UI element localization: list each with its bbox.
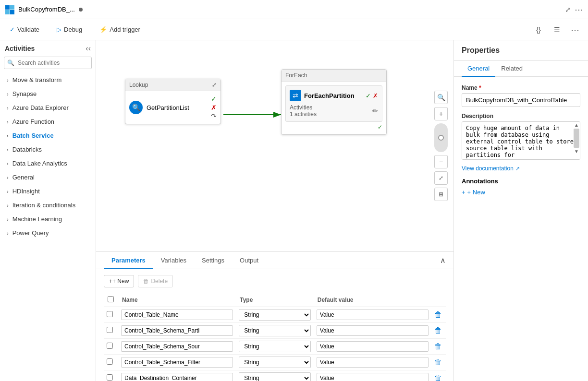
zoom-in-button[interactable]: +: [434, 107, 448, 120]
zoom-slider[interactable]: [434, 123, 448, 152]
new-param-button[interactable]: + + New: [104, 275, 134, 287]
tab-related[interactable]: Related: [495, 61, 528, 77]
sidebar-item-synapse[interactable]: › Synapse: [0, 87, 96, 101]
param-name-input[interactable]: [121, 310, 233, 320]
name-input[interactable]: [462, 93, 580, 107]
chevron-icon: ›: [7, 230, 9, 236]
sidebar-item-iteration-conditionals[interactable]: › Iteration & conditionals: [0, 198, 96, 212]
delete-row-button[interactable]: 🗑: [434, 374, 442, 381]
param-type-select[interactable]: StringBoolIntFloatArrayObjectSecureStrin…: [239, 325, 311, 336]
tab-output[interactable]: Output: [232, 253, 266, 269]
delete-row-button[interactable]: 🗑: [434, 326, 442, 334]
param-value-input[interactable]: [317, 341, 429, 352]
param-value-input[interactable]: [317, 357, 429, 368]
tab-parameters[interactable]: Parameters: [104, 253, 153, 269]
grid-view-button[interactable]: ⊞: [434, 188, 448, 201]
sidebar-item-label: Databricks: [12, 146, 42, 153]
sidebar-item-azure-function[interactable]: › Azure Function: [0, 115, 96, 129]
lookup-node[interactable]: Lookup ⤢ 🔍 GetPartitionList ✓ ✗ ↷: [125, 79, 221, 124]
add-trigger-button[interactable]: ⚡ Add trigger: [96, 24, 144, 35]
sidebar-item-machine-learning[interactable]: › Machine Learning: [0, 212, 96, 226]
lookup-header-label: Lookup: [129, 82, 148, 88]
tab-settings[interactable]: Settings: [194, 253, 232, 269]
search-canvas-button[interactable]: 🔍: [434, 91, 448, 104]
chevron-icon: ›: [7, 77, 9, 83]
col-type: Type: [236, 293, 314, 307]
search-input[interactable]: [4, 57, 92, 69]
sidebar-controls: ‹‹: [86, 44, 91, 53]
activities-count: 1 activities: [290, 111, 317, 118]
param-value-input[interactable]: [317, 373, 429, 381]
svg-rect-2: [5, 10, 10, 14]
validate-button[interactable]: ✓ Validate: [6, 24, 43, 35]
delete-param-button[interactable]: 🗑 Delete: [138, 275, 173, 287]
add-icon: +: [462, 189, 466, 196]
row-checkbox[interactable]: [107, 358, 113, 365]
debug-icon: ▷: [57, 26, 61, 33]
param-type-select[interactable]: StringBoolIntFloatArrayObjectSecureStrin…: [239, 357, 311, 368]
sidebar-item-power-query[interactable]: › Power Query: [0, 226, 96, 240]
param-value-input[interactable]: [317, 325, 429, 336]
scroll-up-icon[interactable]: ▲: [574, 122, 579, 128]
collapse-panel-button[interactable]: ∧: [440, 256, 446, 265]
view-docs-link[interactable]: View documentation ↗: [462, 165, 580, 172]
sidebar-item-databricks[interactable]: › Databricks: [0, 143, 96, 156]
param-name-input[interactable]: [121, 325, 233, 336]
more-icon[interactable]: ⋯: [575, 4, 583, 15]
row-checkbox[interactable]: [107, 327, 113, 333]
trigger-label: Add trigger: [110, 26, 140, 33]
collapse-icon[interactable]: ‹‹: [86, 44, 91, 53]
table-row: StringBoolIntFloatArrayObjectSecureStrin…: [104, 370, 446, 381]
delete-row-button[interactable]: 🗑: [434, 310, 442, 319]
sidebar-item-azure-data-explorer[interactable]: › Azure Data Explorer: [0, 101, 96, 115]
tab-general[interactable]: General: [462, 61, 495, 77]
add-annotation-button[interactable]: + + New: [462, 189, 580, 196]
expand-icon[interactable]: ⤢: [565, 6, 571, 13]
tab-variables[interactable]: Variables: [153, 253, 194, 269]
sidebar-item-label: Azure Data Explorer: [12, 104, 69, 111]
foreach-activities-row: Activities 1 activities ✏: [290, 104, 378, 118]
delete-row-button[interactable]: 🗑: [434, 358, 442, 366]
sidebar-title: Activities: [5, 45, 35, 52]
param-name-input[interactable]: [121, 373, 233, 381]
svg-rect-0: [5, 5, 10, 10]
param-type-select[interactable]: StringBoolIntFloatArrayObjectSecureStrin…: [239, 309, 311, 321]
foreach-node[interactable]: ForEach ⇄ ForEachPartition ✓ ✗: [281, 69, 387, 135]
foreach-icon: ⇄: [290, 90, 301, 101]
select-all-checkbox[interactable]: [108, 296, 114, 302]
param-value-input[interactable]: [317, 310, 429, 320]
properties-toggle-button[interactable]: ☰: [550, 23, 564, 37]
chevron-icon: ›: [7, 175, 9, 180]
more-options-button[interactable]: ⋯: [568, 23, 582, 37]
code-view-button[interactable]: {}: [531, 23, 546, 37]
sidebar-item-batch-service[interactable]: › Batch Service: [0, 129, 96, 143]
properties-header: Properties: [454, 40, 588, 61]
row-checkbox[interactable]: [107, 374, 113, 381]
fit-screen-button[interactable]: ⤢: [434, 171, 448, 185]
col-check: [104, 293, 118, 307]
sidebar-item-hdinsight[interactable]: › HDInsight: [0, 184, 96, 198]
param-name-input[interactable]: [121, 341, 233, 352]
scroll-down-icon[interactable]: ▼: [574, 149, 579, 154]
row-checkbox[interactable]: [107, 343, 113, 349]
zoom-out-button[interactable]: −: [434, 155, 448, 168]
sidebar-item-move-transform[interactable]: › Move & transform: [0, 73, 96, 87]
svg-rect-3: [10, 10, 14, 14]
lookup-expand-icon[interactable]: ⤢: [212, 82, 217, 88]
row-checkbox[interactable]: [107, 311, 113, 317]
param-name-input[interactable]: [121, 357, 233, 368]
view-docs-label: View documentation: [462, 165, 514, 172]
param-type-select[interactable]: StringBoolIntFloatArrayObjectSecureStrin…: [239, 372, 311, 381]
foreach-node-controls: ✓: [285, 124, 382, 131]
description-textarea[interactable]: [462, 121, 580, 160]
edit-activities-icon[interactable]: ✏: [372, 107, 378, 115]
col-name: Name: [118, 293, 236, 307]
sidebar-item-general[interactable]: › General: [0, 170, 96, 184]
sidebar-item-label: Azure Function: [12, 118, 54, 125]
sidebar-item-data-lake-analytics[interactable]: › Data Lake Analytics: [0, 156, 96, 170]
foreach-status-icons: ✓ ✗: [366, 92, 378, 99]
delete-row-button[interactable]: 🗑: [434, 342, 442, 350]
sidebar-item-label: Machine Learning: [12, 215, 62, 223]
param-type-select[interactable]: StringBoolIntFloatArrayObjectSecureStrin…: [239, 341, 311, 352]
debug-button[interactable]: ▷ Debug: [53, 24, 86, 35]
